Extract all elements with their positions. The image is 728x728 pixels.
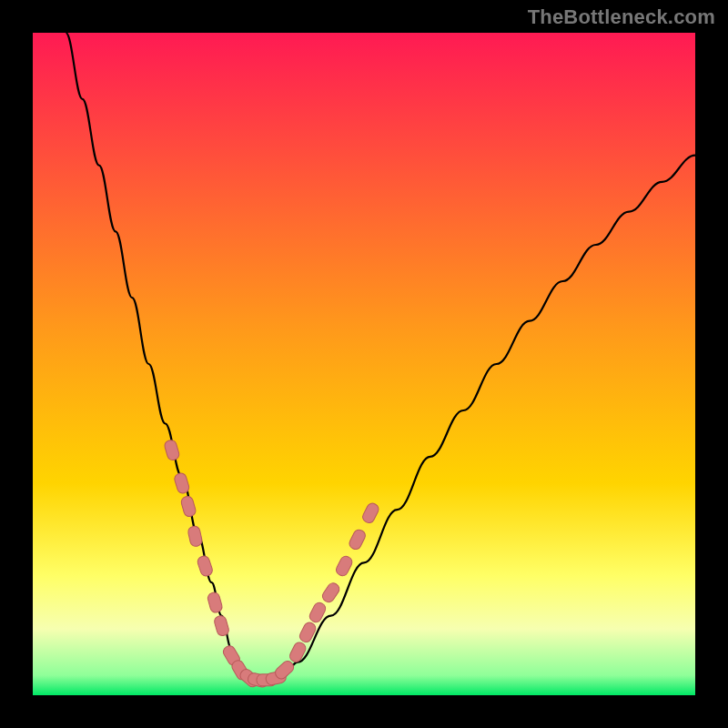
gradient-background <box>33 33 695 695</box>
watermark-text: TheBottleneck.com <box>528 5 715 29</box>
bottleneck-chart <box>33 33 695 695</box>
plot-area <box>33 33 695 695</box>
chart-frame: TheBottleneck.com <box>0 0 728 728</box>
